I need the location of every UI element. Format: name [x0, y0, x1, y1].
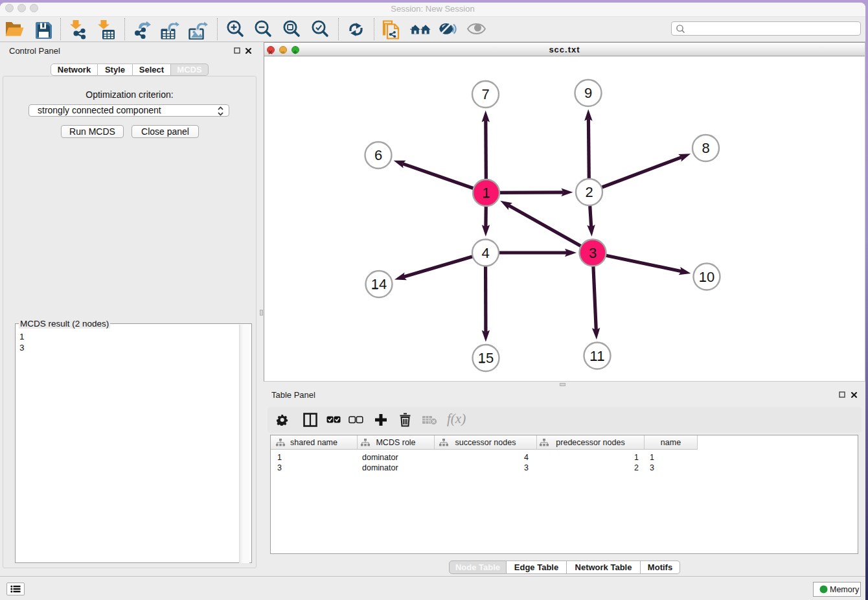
svg-text:10: 10 [699, 269, 714, 285]
svg-text:3: 3 [589, 245, 597, 261]
svg-text:14: 14 [371, 276, 387, 292]
svg-text:1: 1 [482, 185, 490, 201]
svg-text:7: 7 [481, 86, 489, 102]
svg-text:9: 9 [584, 85, 592, 101]
svg-text:15: 15 [478, 350, 494, 366]
svg-text:11: 11 [590, 348, 605, 364]
svg-text:4: 4 [481, 245, 489, 261]
svg-text:2: 2 [585, 184, 593, 200]
svg-text:8: 8 [702, 140, 709, 156]
svg-text:6: 6 [374, 147, 382, 163]
